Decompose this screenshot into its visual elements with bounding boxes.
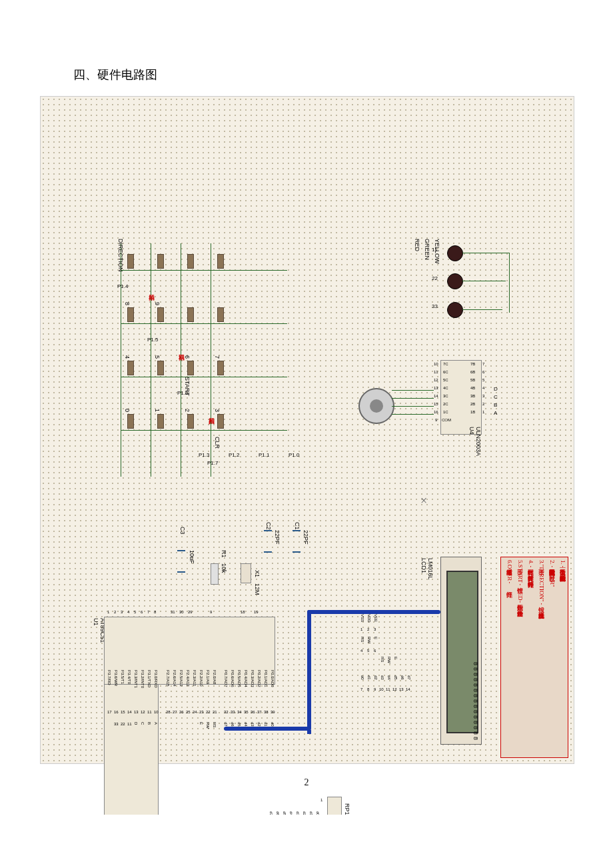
led-label-red: RED xyxy=(414,239,420,251)
led-red xyxy=(447,245,463,261)
crystal-x1 xyxy=(241,563,251,583)
stepper-motor xyxy=(358,388,394,424)
led-yellow xyxy=(447,302,463,318)
x-mark: × xyxy=(420,494,427,508)
led-label-green: GREEN xyxy=(424,239,430,260)
instruction-box: 1.请输入一个三位数，用以控制步进电机的总步数 2.当发现输入的三位数需要修改时… xyxy=(500,557,568,758)
mcu-ref: U1 xyxy=(93,618,99,626)
circuit-schematic: RED GREEN YELLOW 11 22 33 U4 ULN2003A 7C… xyxy=(40,96,574,764)
section-title: 四、硬件电路图 xyxy=(73,67,573,83)
respack-rp1 xyxy=(327,797,342,815)
cap-c3 xyxy=(177,550,185,573)
res-r1 xyxy=(211,563,219,585)
cap-c2 xyxy=(264,530,272,553)
led-green xyxy=(447,273,463,289)
cap-c1 xyxy=(293,530,301,553)
